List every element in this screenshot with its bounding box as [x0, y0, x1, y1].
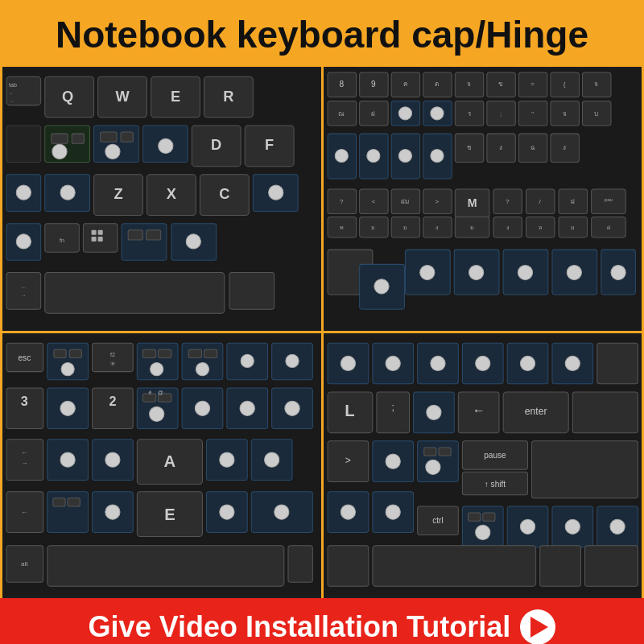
svg-text:alt: alt: [21, 560, 28, 568]
footer-text: Give Video Installation Tutorial: [89, 610, 511, 644]
svg-text:;: ;: [391, 402, 394, 413]
svg-point-224: [220, 505, 234, 519]
svg-text:↑ shift: ↑ shift: [484, 480, 506, 489]
svg-point-150: [374, 279, 388, 293]
svg-text:ม: ม: [570, 224, 574, 230]
svg-text:9: 9: [371, 80, 376, 89]
svg-text:Q: Q: [62, 87, 73, 104]
svg-point-167: [61, 363, 74, 376]
svg-text:←: ←: [21, 449, 27, 456]
svg-rect-172: [142, 349, 155, 357]
svg-text:>: >: [345, 455, 350, 466]
svg-point-186: [60, 401, 75, 415]
svg-point-241: [520, 356, 535, 370]
svg-rect-229: [47, 546, 284, 587]
svg-rect-15: [52, 134, 68, 143]
play-icon: [530, 617, 548, 638]
svg-text:ล: ล: [538, 224, 541, 230]
svg-point-182: [286, 354, 299, 367]
svg-point-198: [240, 401, 254, 415]
svg-text:D: D: [211, 136, 221, 153]
svg-point-259: [386, 454, 400, 469]
svg-point-192: [150, 407, 164, 421]
svg-rect-218: [68, 498, 80, 506]
svg-text:?: ?: [340, 198, 344, 205]
svg-point-156: [518, 265, 532, 279]
svg-text:@: @: [158, 390, 163, 396]
svg-rect-13: [6, 126, 41, 163]
svg-text:☀: ☀: [109, 360, 116, 368]
play-button[interactable]: [520, 609, 555, 644]
svg-point-233: [341, 356, 355, 370]
svg-point-180: [241, 354, 254, 367]
svg-rect-19: [101, 132, 117, 142]
svg-text:R: R: [223, 87, 233, 104]
svg-text:จ: จ: [562, 109, 566, 117]
svg-point-178: [196, 363, 208, 376]
svg-point-158: [567, 265, 581, 279]
svg-rect-54: [6, 272, 41, 309]
svg-point-41: [16, 233, 31, 248]
svg-point-250: [426, 405, 440, 419]
svg-text:": ": [531, 109, 534, 117]
svg-point-205: [60, 452, 75, 467]
svg-text:ฝ: ฝ: [570, 198, 574, 205]
svg-rect-48: [98, 236, 103, 241]
svg-rect-230: [288, 546, 312, 583]
svg-text:X: X: [167, 185, 177, 202]
footer: Give Video Installation Tutorial: [0, 598, 644, 644]
svg-point-280: [520, 519, 535, 534]
svg-text:←: ←: [9, 90, 14, 96]
svg-point-152: [419, 265, 434, 279]
svg-text:f2: f2: [110, 352, 115, 358]
svg-rect-176: [188, 349, 201, 357]
svg-text:ฝ: ฝ: [371, 109, 375, 117]
svg-text:;: ;: [499, 109, 501, 117]
page-container: Notebook keyboard cap/Hinge tab ← → Q W: [0, 0, 644, 644]
svg-text:ท: ท: [339, 224, 343, 230]
svg-rect-47: [92, 236, 97, 241]
svg-point-213: [265, 452, 279, 467]
svg-text:C: C: [219, 185, 229, 202]
svg-point-226: [275, 505, 289, 519]
svg-rect-51: [146, 229, 160, 239]
svg-text:8: 8: [339, 80, 344, 89]
svg-text:{: {: [563, 80, 565, 88]
svg-rect-45: [92, 229, 97, 234]
svg-point-284: [609, 519, 624, 534]
panel-top-right: 8 9 ค ต จ ข = { จ: [324, 67, 642, 332]
svg-rect-285: [328, 546, 369, 587]
svg-rect-14: [45, 126, 90, 163]
svg-text:ฝม: ฝม: [401, 198, 409, 205]
svg-rect-244: [597, 343, 638, 384]
svg-text:ณ: ณ: [338, 109, 345, 117]
page-title: Notebook keyboard cap/Hinge: [8, 14, 636, 56]
svg-text:ง: ง: [563, 144, 566, 151]
svg-point-235: [386, 356, 400, 370]
svg-rect-57: [45, 272, 225, 313]
svg-rect-20: [121, 132, 133, 142]
svg-text:<: <: [371, 198, 375, 205]
svg-rect-276: [468, 513, 480, 521]
svg-text:2: 2: [109, 394, 116, 408]
svg-text:จ: จ: [467, 80, 471, 88]
panel-top-left: tab ← → Q W E R: [2, 67, 321, 332]
svg-rect-173: [159, 349, 171, 357]
svg-point-211: [220, 452, 234, 467]
svg-text:E: E: [171, 87, 180, 104]
svg-rect-286: [372, 546, 535, 587]
svg-text:?: ?: [505, 198, 509, 205]
svg-point-207: [105, 452, 120, 467]
svg-text:←: ←: [472, 402, 485, 417]
svg-text:ง: ง: [506, 224, 508, 230]
svg-text:pause: pause: [484, 451, 506, 460]
svg-point-31: [60, 185, 75, 200]
svg-point-263: [425, 460, 440, 474]
svg-text:←: ←: [21, 509, 27, 516]
svg-text:enter: enter: [524, 406, 547, 417]
svg-text:ข: ข: [498, 80, 503, 88]
svg-rect-255: [572, 392, 638, 433]
svg-text:ง: ง: [436, 224, 438, 230]
svg-rect-16: [72, 134, 84, 143]
svg-text:ม: ม: [371, 224, 375, 230]
